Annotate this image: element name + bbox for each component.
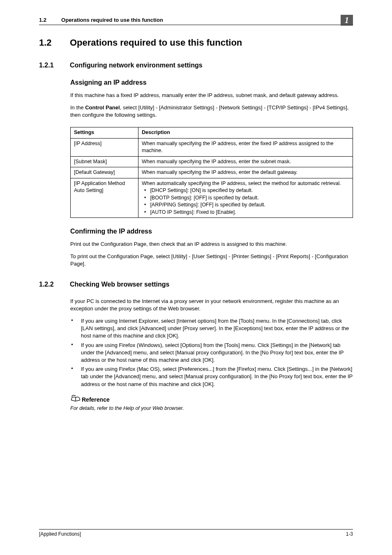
table-header-settings: Settings xyxy=(71,127,138,139)
list-item: If you are using Firefox (Mac OS), selec… xyxy=(70,365,353,388)
table-row: [Subnet Mask] When manually specifying t… xyxy=(71,156,353,167)
table-cell: [IP Address] xyxy=(71,138,138,156)
body-text: Print out the Configuration Page, then c… xyxy=(70,240,353,248)
heading-2-config-network: 1.2.1Configuring network environment set… xyxy=(39,61,353,70)
running-header: 1.2 Operations required to use this func… xyxy=(39,16,353,25)
heading-2-number: 1.2.2 xyxy=(39,280,70,289)
heading-1-number: 1.2 xyxy=(39,37,70,49)
list-item: If you are using Internet Explorer, sele… xyxy=(70,317,353,340)
heading-3-assigning-ip: Assigning an IP address xyxy=(70,78,353,87)
heading-2-number: 1.2.1 xyxy=(39,61,70,70)
list-item: [BOOTP Settings]: [OFF] is specified by … xyxy=(142,194,349,202)
heading-1-title: Operations required to use this function xyxy=(70,37,242,48)
settings-table: Settings Description [IP Address] When m… xyxy=(70,127,353,218)
header-section-title: Operations required to use this function xyxy=(61,16,163,24)
list-item: [ARP/PING Settings]: [OFF] is specified … xyxy=(142,201,349,209)
list-item: [AUTO IP Settings]: Fixed to [Enable]. xyxy=(142,209,349,216)
table-row: [Default Gateway] When manually specifyi… xyxy=(71,167,353,178)
heading-1: 1.2Operations required to use this funct… xyxy=(39,37,353,49)
footer-right: 1-3 xyxy=(346,531,353,538)
heading-2-title: Configuring network environment settings xyxy=(70,62,203,69)
bullet-list: If you are using Internet Explorer, sele… xyxy=(70,317,353,388)
reference-heading: Reference xyxy=(70,394,353,404)
table-row: [IP Address] When manually specifying th… xyxy=(71,138,353,156)
heading-2-title: Checking Web browser settings xyxy=(70,281,169,288)
body-text: In the Control Panel, select [Utility] -… xyxy=(70,104,353,119)
table-header-description: Description xyxy=(138,127,353,139)
body-text: If your PC is connected to the Internet … xyxy=(70,298,353,312)
cell-bullet-list: [DHCP Settings]: [ON] is specified by de… xyxy=(142,187,349,216)
chapter-badge: 1 xyxy=(341,15,353,25)
list-item: If you are using Firefox (Windows), sele… xyxy=(70,342,353,364)
table-cell: When manually specifying the IP address,… xyxy=(138,156,353,167)
heading-2-check-browser: 1.2.2Checking Web browser settings xyxy=(39,280,353,289)
list-item: [DHCP Settings]: [ON] is specified by de… xyxy=(142,187,349,194)
table-cell: When automatically specifying the IP add… xyxy=(138,178,353,218)
footer-left: [Applied Functions] xyxy=(39,531,81,538)
page-footer: [Applied Functions] 1-3 xyxy=(39,529,353,538)
header-section-number: 1.2 xyxy=(39,16,46,24)
table-cell: When manually specifying the IP address,… xyxy=(138,138,353,156)
reference-text: For details, refer to the Help of your W… xyxy=(70,405,353,412)
body-text: To print out the Configuration Page, sel… xyxy=(70,253,353,268)
table-row: [IP Application Method Auto Setting] Whe… xyxy=(71,178,353,218)
table-cell: [Subnet Mask] xyxy=(71,156,138,167)
table-cell: [Default Gateway] xyxy=(71,167,138,178)
reference-label: Reference xyxy=(82,396,110,404)
table-cell: [IP Application Method Auto Setting] xyxy=(71,178,138,218)
table-cell: When manually specifying the IP address,… xyxy=(138,167,353,178)
body-text: If this machine has a fixed IP address, … xyxy=(70,92,353,99)
book-icon xyxy=(70,394,81,404)
heading-3-confirming-ip: Confirming the IP address xyxy=(70,227,353,236)
